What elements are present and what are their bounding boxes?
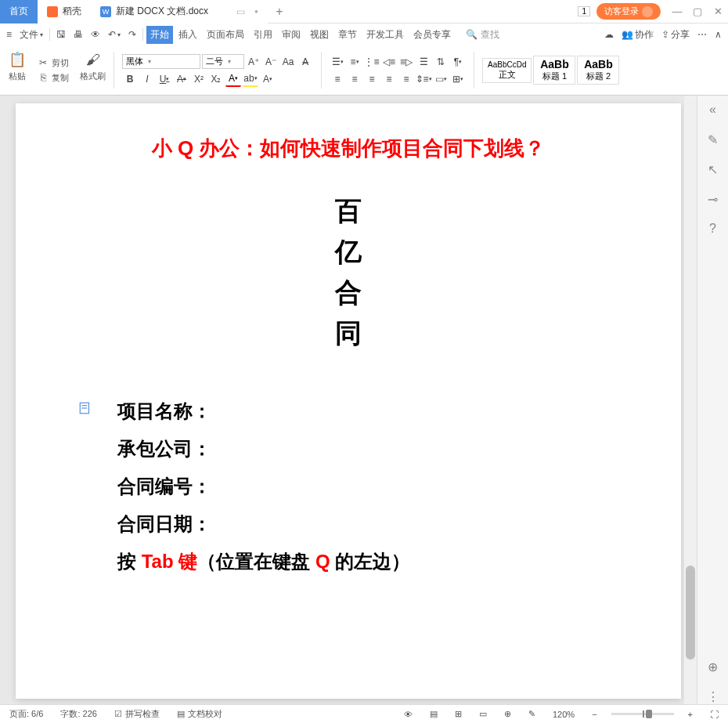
menu-hamburger[interactable]: ≡ <box>3 27 15 42</box>
collapse-icon[interactable]: ∧ <box>712 27 725 42</box>
search-box[interactable]: 🔍查找 <box>460 27 506 43</box>
underline-button[interactable]: U▾ <box>157 71 172 87</box>
ribbon-insert[interactable]: 插入 <box>175 26 201 44</box>
menu-file[interactable]: 文件▾ <box>16 27 46 43</box>
help-icon[interactable]: ? <box>705 221 721 237</box>
save-icon[interactable]: 🖫 <box>53 27 69 42</box>
clear-format-button[interactable]: A̶ <box>297 54 313 70</box>
strikethrough-button[interactable]: A▾ <box>174 71 189 87</box>
view-read-icon[interactable]: ⊕ <box>501 709 514 719</box>
align-center-button[interactable]: ≡ <box>347 71 362 87</box>
align-left-button[interactable]: ≡ <box>330 71 345 87</box>
zoom-out-button[interactable]: − <box>589 710 600 719</box>
change-case-button[interactable]: Aa <box>280 54 296 70</box>
show-marks-button[interactable]: ¶▾ <box>450 54 466 70</box>
page-indicator[interactable]: 页面: 6/6 <box>6 708 46 720</box>
align-right-button[interactable]: ≡ <box>364 71 380 87</box>
ribbon-member[interactable]: 会员专享 <box>409 26 455 44</box>
maximize-button[interactable]: ▢ <box>687 2 708 22</box>
increase-font-button[interactable]: A⁺ <box>246 54 261 70</box>
cut-button[interactable]: ✂剪切 <box>36 56 70 70</box>
print-icon[interactable]: 🖶 <box>70 27 86 42</box>
tab-dot-icon[interactable]: ● <box>254 8 258 15</box>
tab-home[interactable]: 首页 <box>0 0 38 23</box>
paste-button[interactable]: 📋粘贴 <box>5 49 30 92</box>
font-color-button[interactable]: A▾ <box>225 71 241 87</box>
collapse-sidebar-icon[interactable]: « <box>705 102 721 117</box>
view-draft-icon[interactable]: ✎ <box>525 709 539 719</box>
shading-button[interactable]: ▭▾ <box>433 71 449 87</box>
vertical-scrollbar[interactable] <box>684 96 697 704</box>
tools-icon[interactable]: ⊕ <box>705 659 721 674</box>
collaborate-button[interactable]: 👥 协作 <box>618 27 657 43</box>
cloud-icon[interactable]: ☁ <box>601 27 617 42</box>
superscript-button[interactable]: X² <box>191 71 207 87</box>
preview-icon[interactable]: 👁 <box>88 27 103 42</box>
sort-button[interactable]: ⇅ <box>433 54 449 70</box>
undo-icon[interactable]: ↶▾ <box>105 27 124 42</box>
menubar: ≡ 文件▾ 🖫 🖶 👁 ↶▾ ↷ 开始 插入 页面布局 引用 审阅 视图 章节 … <box>0 23 728 45</box>
document-area[interactable]: 小 Q 办公：如何快速制作项目合同下划线？ 百 亿 合 同 项目名称： 承包公司… <box>0 96 697 704</box>
align-distribute-button[interactable]: ≡ <box>398 71 414 87</box>
bold-button[interactable]: B <box>122 71 138 87</box>
style-body[interactable]: AaBbCcDd正文 <box>482 58 532 83</box>
zoom-slider[interactable] <box>611 713 674 715</box>
scrollbar-thumb[interactable] <box>686 566 695 660</box>
multilevel-list-button[interactable]: ⋮≡ <box>364 54 380 70</box>
login-button[interactable]: 访客登录 <box>596 3 661 20</box>
font-size-dropdown[interactable]: 二号▾ <box>202 54 244 69</box>
decrease-indent-button[interactable]: ◁≡ <box>381 54 397 70</box>
redo-icon[interactable]: ↷ <box>125 27 139 42</box>
zoom-handle[interactable] <box>646 710 652 718</box>
decrease-font-button[interactable]: A⁻ <box>263 54 279 70</box>
increase-indent-button[interactable]: ≡▷ <box>398 54 414 70</box>
view-print-icon[interactable]: ▤ <box>427 709 441 719</box>
subscript-button[interactable]: X₂ <box>208 71 224 87</box>
ribbon-devtools[interactable]: 开发工具 <box>362 26 408 44</box>
settings-icon[interactable]: ⊸ <box>705 191 721 207</box>
copy-button[interactable]: ⎘复制 <box>36 71 70 85</box>
minimize-button[interactable]: — <box>667 2 687 22</box>
text-direction-button[interactable]: ☰ <box>416 54 431 70</box>
share-button[interactable]: ⇪ 分享 <box>658 27 693 43</box>
align-justify-button[interactable]: ≡ <box>381 71 397 87</box>
bullet-list-button[interactable]: ☰▾ <box>330 54 345 70</box>
fullscreen-icon[interactable]: ⛶ <box>707 710 722 719</box>
style-heading2[interactable]: AaBb标题 2 <box>577 56 619 85</box>
page-break-marker[interactable] <box>78 401 94 417</box>
cursor-icon[interactable]: ↖ <box>705 161 721 177</box>
page[interactable]: 小 Q 办公：如何快速制作项目合同下划线？ 百 亿 合 同 项目名称： 承包公司… <box>16 103 681 699</box>
ribbon-view[interactable]: 视图 <box>306 26 333 44</box>
char-border-button[interactable]: A▾ <box>260 71 276 87</box>
eye-mode-icon[interactable]: 👁 <box>401 710 416 719</box>
pencil-icon[interactable]: ✎ <box>705 132 721 147</box>
italic-button[interactable]: I <box>139 71 155 87</box>
tab-document[interactable]: W新建 DOCX 文档.docx▭● <box>91 0 268 23</box>
style-heading1[interactable]: AaBb标题 1 <box>533 56 575 85</box>
close-button[interactable]: ✕ <box>708 2 728 22</box>
word-count[interactable]: 字数: 226 <box>57 708 99 720</box>
spellcheck-toggle[interactable]: ☑拼写检查 <box>111 708 163 720</box>
ribbon-chapter[interactable]: 章节 <box>334 26 361 44</box>
format-painter-button[interactable]: 🖌格式刷 <box>77 49 109 92</box>
ribbon-start[interactable]: 开始 <box>146 26 173 44</box>
view-outline-icon[interactable]: ⊞ <box>452 709 465 719</box>
ribbon-layout[interactable]: 页面布局 <box>203 26 248 44</box>
border-button[interactable]: ⊞▾ <box>450 71 466 87</box>
more-icon[interactable]: ⋯ <box>694 27 710 42</box>
number-list-button[interactable]: ≡▾ <box>347 54 362 70</box>
line-spacing-button[interactable]: ⇕≡▾ <box>416 71 431 87</box>
font-name-dropdown[interactable]: 黑体▾ <box>122 54 200 69</box>
more-tools-icon[interactable]: ⋮ <box>705 689 721 704</box>
zoom-value[interactable]: 120% <box>550 710 578 719</box>
tab-menu-icon[interactable]: ▭ <box>236 6 245 17</box>
ribbon-reference[interactable]: 引用 <box>250 26 276 44</box>
zoom-in-button[interactable]: + <box>685 710 696 719</box>
highlight-button[interactable]: ab▾ <box>243 71 258 87</box>
view-web-icon[interactable]: ▭ <box>476 709 490 719</box>
ribbon-review[interactable]: 审阅 <box>278 26 305 44</box>
new-tab-button[interactable]: + <box>268 5 291 19</box>
tab-daoke[interactable]: 稻壳 <box>38 0 91 23</box>
window-index[interactable]: 1 <box>578 6 590 16</box>
proofread-button[interactable]: ▤文档校对 <box>174 708 225 720</box>
